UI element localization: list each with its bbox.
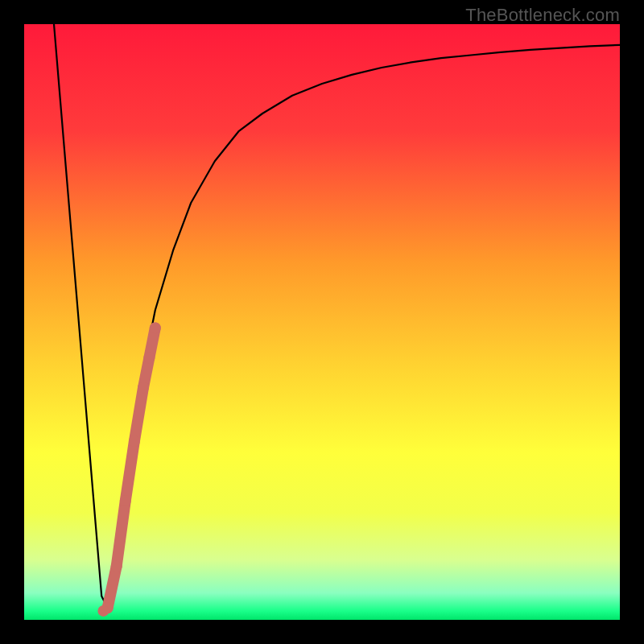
svg-point-7 [150, 322, 161, 333]
svg-point-6 [143, 352, 155, 363]
watermark-text: TheBottleneck.com [465, 5, 620, 26]
svg-point-3 [120, 495, 131, 506]
chart-frame: TheBottleneck.com [0, 0, 644, 644]
svg-point-5 [138, 382, 149, 393]
highlight-segment [102, 322, 161, 613]
plot-area [24, 24, 620, 620]
svg-point-2 [111, 560, 122, 572]
bottleneck-curve [54, 24, 620, 608]
chart-svg [24, 24, 620, 620]
svg-point-4 [129, 436, 140, 447]
highlight-anchor-dot [97, 605, 109, 617]
